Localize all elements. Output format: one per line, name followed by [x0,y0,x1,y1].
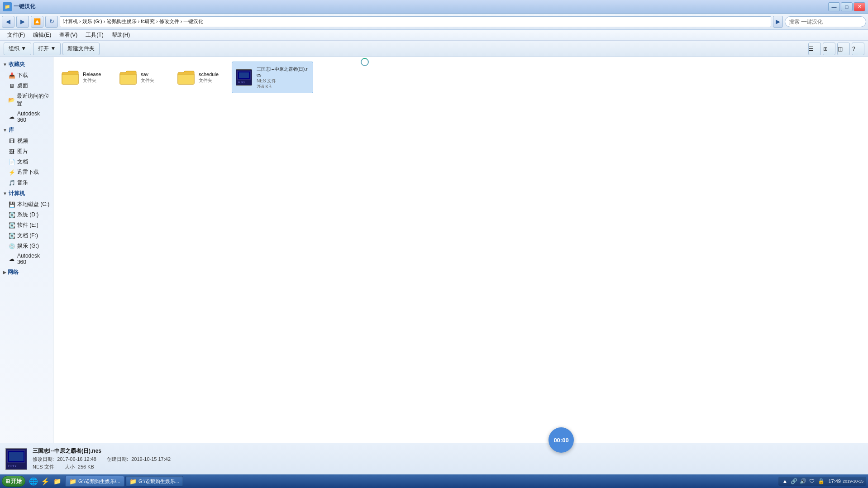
sidebar-item-drive-f[interactable]: 💽 文档 (F:) [0,230,53,241]
window-icon: 📁 [3,2,12,11]
title-bar-left: 📁 一键汉化 [3,2,35,11]
sidebar-item-drive-c[interactable]: 💾 本地磁盘 (C:) [0,199,53,210]
sidebar-item-autodesk[interactable]: ☁ Autodesk 360 [0,251,53,267]
sidebar-item-label: 系统 (D:) [17,211,38,219]
up-button[interactable]: 🔼 [31,16,43,28]
sidebar-item-label: 软件 (E:) [17,221,38,229]
recent-icon: 📂 [8,96,15,104]
taskbar-item-2-label: G:\讼鹅购生娱乐... [138,478,179,485]
back-button[interactable]: ◀ [2,16,14,28]
tray-antivirus-icon: 🔒 [817,478,825,485]
drive-d-icon: 💽 [8,211,15,219]
tray-hide-icon[interactable]: ▲ [781,478,788,485]
organize-button[interactable]: 组织 ▼ [4,43,31,55]
svg-rect-8 [9,452,24,461]
sav-label: sav 文件夹 [141,71,154,84]
file-item-sav[interactable]: sav 文件夹 [116,62,170,93]
status-size-label: 大小 [65,464,75,469]
title-bar-controls: — □ ✕ [828,2,865,11]
menubar: 文件(F) 编辑(E) 查看(V) 工具(T) 帮助(H) [0,30,868,41]
new-folder-button[interactable]: 新建文件夹 [62,43,100,55]
menu-view[interactable]: 查看(V) [56,30,81,40]
search-input[interactable] [785,16,866,27]
taskbar-item-2[interactable]: 📁 G:\讼鹅购生娱乐... [125,476,183,487]
view-button[interactable]: ☰ [808,43,821,55]
file-item-schedule[interactable]: schedule 文件夹 [174,62,228,93]
title-text: 一键汉化 [14,3,35,10]
taskbar-folder-icon-2: 📁 [129,478,137,485]
taskbar-date: 2019-10-15 [843,479,863,483]
nes-label: 三国志Ⅰ--中原之霸者(日).nes NES 文件 256 KB [257,66,310,89]
taskbar-quick-ie[interactable]: 🌐 [28,476,39,487]
music-icon: 🎵 [8,179,15,187]
drive-f-icon: 💽 [8,232,15,239]
release-label: Release 文件夹 [83,71,101,84]
sys-tray: ▲ 🔗 🔊 🛡 🔒 17:49 2019-10-15 [778,477,866,486]
refresh-button[interactable]: ↻ [45,16,58,28]
loading-cursor [361,58,369,66]
close-button[interactable]: ✕ [854,2,865,11]
forward-button[interactable]: ▶ [16,16,29,28]
sidebar-library-header[interactable]: ▼ 库 [0,124,53,136]
address-bar[interactable]: 计算机 › 娱乐 (G:) › 讼鹅购生娱乐 › fc研究 › 修改文件 › 一… [60,16,771,27]
file-item-nes[interactable]: FLEEX 三国志Ⅰ--中原之霸者(日).nes NES 文件 256 KB [232,62,313,93]
sidebar-item-drive-g[interactable]: 💿 娱乐 (G:) [0,241,53,251]
sidebar-item-video[interactable]: 🎞 视频 [0,136,53,146]
title-bar: 📁 一键汉化 — □ ✕ [0,0,868,14]
sidebar-item-label: Autodesk 360 [17,110,50,123]
main-layout: ▼ 收藏夹 📥 下载 🖥 桌面 📂 最近访问的位置 ☁ Autodesk 360… [0,57,868,443]
taskbar-quick-thunder[interactable]: ⚡ [40,476,51,487]
schedule-folder-icon [177,68,195,86]
document-icon: 📄 [8,158,15,166]
sidebar-item-picture[interactable]: 🖼 图片 [0,146,53,157]
computer-expand-icon: ▼ [3,191,7,196]
drive-g-icon: 💿 [8,243,15,250]
help-icon-button[interactable]: ? [852,43,864,55]
status-info: 三国志Ⅰ--中原之霸者(日).nes 修改日期: 2017-06-16 12:4… [33,447,171,470]
sav-folder-icon [119,68,137,86]
status-meta: 修改日期: 2017-06-16 12:48 创建日期: 2019-10-15 … [33,456,171,463]
new-folder-label: 新建文件夹 [67,45,95,53]
sidebar-item-music[interactable]: 🎵 音乐 [0,177,53,188]
menu-tools[interactable]: 工具(T) [82,30,107,40]
network-label: 网络 [8,268,19,276]
library-label: 库 [9,126,14,134]
taskbar-item-1[interactable]: 📁 G:\讼鹅购生娱乐\... [65,476,124,487]
sidebar-network-header[interactable]: ▶ 网络 [0,267,53,278]
status-meta2: NES 文件 大小 256 KB [33,464,171,470]
sidebar-item-drive-e[interactable]: 💽 软件 (E:) [0,220,53,230]
autodesk-icon: ☁ [8,255,15,263]
sidebar-item-desktop[interactable]: 🖥 桌面 [0,81,53,91]
taskbar-item-1-label: G:\讼鹅购生娱乐\... [78,478,120,485]
menu-edit[interactable]: 编辑(E) [29,30,55,40]
open-button[interactable]: 打开 ▼ [33,43,61,55]
sidebar-computer-header[interactable]: ▼ 计算机 [0,188,53,199]
sidebar-item-label: Autodesk 360 [17,253,50,265]
toolbar: ◀ ▶ 🔼 ↻ 计算机 › 娱乐 (G:) › 讼鹅购生娱乐 › fc研究 › … [0,14,868,30]
start-icon: ⊞ [5,478,10,484]
maximize-button[interactable]: □ [841,2,853,11]
menu-help[interactable]: 帮助(H) [108,30,134,40]
sidebar-item-thunder[interactable]: ⚡ 迅雷下载 [0,167,53,177]
menu-file[interactable]: 文件(F) [4,30,29,40]
file-item-release[interactable]: Release 文件夹 [58,62,112,93]
autodesk-fav-icon: ☁ [8,113,15,120]
sidebar-item-download[interactable]: 📥 下载 [0,70,53,81]
status-bar: FLEEX 三国志Ⅰ--中原之霸者(日).nes 修改日期: 2017-06-1… [0,443,868,474]
taskbar-quick-explorer[interactable]: 📁 [52,476,62,487]
thunder-icon: ⚡ [8,169,15,176]
open-label: 打开 ▼ [38,45,56,53]
minimize-button[interactable]: — [828,2,840,11]
release-folder-icon [61,68,79,86]
preview-button[interactable]: ◫ [837,43,850,55]
details-button[interactable]: ⊞ [823,43,835,55]
nes-file-icon: FLEEX [235,68,253,86]
sidebar-item-recent[interactable]: 📂 最近访问的位置 [0,91,53,109]
timer-overlay[interactable]: 00:00 [548,427,574,453]
address-go-button[interactable]: ▶ [773,16,783,28]
sidebar-item-document[interactable]: 📄 文档 [0,157,53,167]
sidebar-item-autodesk-fav[interactable]: ☁ Autodesk 360 [0,109,53,124]
start-button[interactable]: ⊞ 开始 [2,476,25,487]
sidebar-item-drive-d[interactable]: 💽 系统 (D:) [0,210,53,220]
sidebar-favorites-header[interactable]: ▼ 收藏夹 [0,59,53,70]
